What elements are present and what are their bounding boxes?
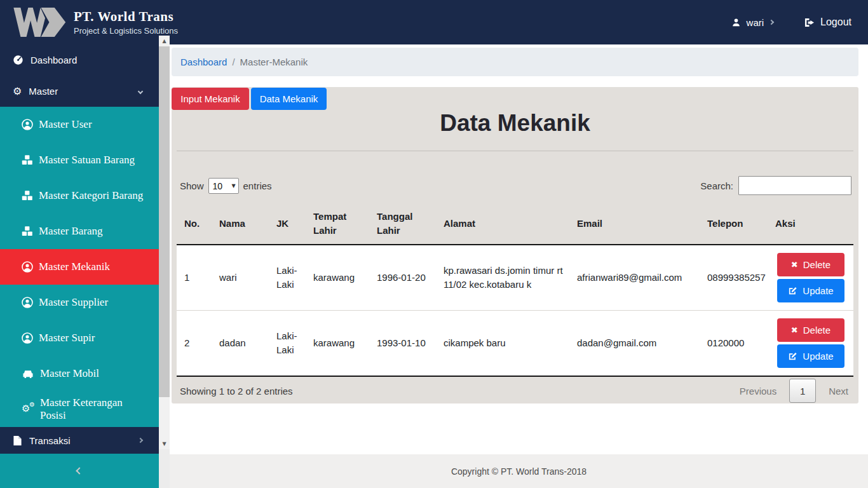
- update-label: Update: [803, 285, 833, 296]
- content-panel: Input Mekanik Data Mekanik Data Mekanik …: [172, 87, 858, 403]
- sidebar-item-dashboard[interactable]: Dashboard: [0, 44, 159, 76]
- speedometer-icon: [13, 55, 24, 65]
- file-icon: [13, 435, 22, 446]
- cell-tempat-lahir: karawang: [306, 245, 369, 311]
- brand-title: PT. World Trans: [74, 9, 178, 25]
- submenu-label: Master User: [39, 118, 92, 131]
- cell-email: afrianwari89@gmail.com: [569, 245, 700, 311]
- scroll-up-button[interactable]: ▲: [159, 36, 170, 46]
- delete-label: Delete: [803, 259, 831, 270]
- sidebar-item-master-barang[interactable]: Master Barang: [0, 214, 159, 249]
- logout-button[interactable]: Logout: [804, 17, 851, 28]
- sidebar-item-master-kategori-barang[interactable]: Master Kategori Barang: [0, 178, 159, 214]
- cell-alamat: kp.rawasari ds.jomin timur rt 11/02 kec.…: [436, 245, 569, 311]
- delete-button[interactable]: ✖ Delete: [777, 318, 844, 342]
- col-header-jk[interactable]: JK: [269, 203, 306, 245]
- cell-nama: wari: [212, 245, 269, 311]
- sidebar-item-master-satuan-barang[interactable]: Master Satuan Barang: [0, 142, 159, 178]
- cell-no: 2: [177, 311, 212, 377]
- search-input[interactable]: [738, 176, 851, 195]
- update-button[interactable]: Update: [777, 279, 844, 302]
- page-length-select[interactable]: 10 ▼: [208, 178, 239, 194]
- update-label: Update: [803, 351, 833, 362]
- chevron-left-icon: [76, 467, 83, 474]
- cell-tempat-lahir: karawang: [306, 311, 369, 377]
- pagination: Previous 1 Next: [736, 379, 852, 403]
- sidebar-item-master-supplier[interactable]: Master Supplier: [0, 285, 159, 320]
- next-page-button[interactable]: Next: [825, 386, 852, 396]
- sidebar-item-master-user[interactable]: Master User: [0, 107, 159, 142]
- app-root: PT. World Trans Project & Logistics Solu…: [0, 0, 868, 488]
- search-label: Search:: [700, 180, 733, 191]
- table-header-row: No. Nama JK Tempat Lahir Tanggal Lahir A…: [177, 203, 853, 245]
- page-number-button[interactable]: 1: [789, 379, 816, 403]
- cell-jk: Laki-Laki: [269, 311, 306, 377]
- cell-tanggal-lahir: 1993-01-10: [369, 311, 436, 377]
- col-header-tanggal-lahir[interactable]: Tanggal Lahir: [369, 203, 436, 245]
- sidebar-item-transaksi[interactable]: Transaksi: [0, 427, 159, 454]
- cell-nama: dadan: [212, 311, 269, 377]
- input-mekanik-button[interactable]: Input Mekanik: [172, 88, 249, 110]
- user-name: wari: [747, 17, 764, 28]
- gear-icon: ⚙: [13, 86, 22, 97]
- sidebar-item-label: Dashboard: [31, 55, 77, 65]
- col-header-no[interactable]: No.: [177, 203, 212, 245]
- breadcrumb-dashboard-link[interactable]: Dashboard: [180, 57, 227, 67]
- cell-tanggal-lahir: 1996-01-20: [369, 245, 436, 311]
- table-row: 2 dadan Laki-Laki karawang 1993-01-10 ci…: [177, 311, 853, 377]
- scrollbar-gutter: [159, 449, 170, 488]
- sidebar-collapse-button[interactable]: [0, 454, 159, 488]
- main-content: Dashboard / Master-Mekanik Input Mekanik…: [170, 44, 868, 488]
- breadcrumb-current: Master-Mekanik: [240, 57, 308, 67]
- entries-label: entries: [243, 180, 272, 191]
- title-divider: [177, 151, 853, 151]
- sidebar-nav: Dashboard ⚙ Master Master User: [0, 44, 159, 488]
- col-header-telepon[interactable]: Telepon: [700, 203, 768, 245]
- sidebar-item-master-mobil[interactable]: Master Mobil: [0, 356, 159, 391]
- user-chevron-icon: [769, 20, 774, 25]
- sidebar-item-master-supir[interactable]: Master Supir: [0, 320, 159, 356]
- user-menu[interactable]: wari: [731, 17, 774, 28]
- col-header-nama[interactable]: Nama: [212, 203, 269, 245]
- cell-aksi: ✖ Delete Update: [768, 245, 853, 311]
- chevron-right-icon: [138, 438, 143, 443]
- col-header-alamat[interactable]: Alamat: [436, 203, 569, 245]
- submenu-label: Master Barang: [39, 225, 103, 238]
- cubes-icon: [22, 190, 33, 201]
- brand-subtitle: Project & Logistics Solutions: [74, 26, 178, 36]
- submenu-label: Master Supplier: [39, 296, 108, 309]
- user-circle-icon: [22, 332, 33, 344]
- submenu-label: Master Mekanik: [39, 261, 110, 273]
- select-caret-icon: ▼: [231, 183, 235, 189]
- sidebar-item-master-mekanik[interactable]: Master Mekanik: [0, 249, 159, 285]
- pencil-square-icon: [788, 351, 797, 361]
- col-header-aksi[interactable]: Aksi: [768, 203, 853, 245]
- col-header-email[interactable]: Email: [569, 203, 700, 245]
- chevron-down-icon: [138, 88, 143, 93]
- top-navbar: PT. World Trans Project & Logistics Solu…: [0, 0, 868, 44]
- car-icon: [22, 369, 34, 379]
- cell-no: 1: [177, 245, 212, 311]
- user-circle-icon: [22, 119, 33, 130]
- cell-alamat: cikampek baru: [436, 311, 569, 377]
- scrollbar-thumb[interactable]: [159, 46, 170, 397]
- data-mekanik-button[interactable]: Data Mekanik: [251, 88, 327, 110]
- user-icon: [731, 18, 741, 27]
- previous-page-button[interactable]: Previous: [736, 386, 780, 396]
- breadcrumb: Dashboard / Master-Mekanik: [172, 48, 858, 76]
- cell-telepon: 08999385257: [700, 245, 768, 311]
- user-circle-icon: [22, 261, 33, 273]
- sidebar-item-master-keterangan-posisi[interactable]: ⚙⚙ Master Keterangan Posisi: [0, 391, 159, 427]
- col-header-tempat-lahir[interactable]: Tempat Lahir: [306, 203, 369, 245]
- brand-logo[interactable]: PT. World Trans Project & Logistics Solu…: [9, 5, 178, 39]
- world-trans-logo-icon: [9, 5, 67, 39]
- scrollbar-track[interactable]: [159, 397, 170, 438]
- scroll-down-button[interactable]: ▼: [159, 438, 170, 449]
- pencil-square-icon: [788, 286, 797, 295]
- breadcrumb-separator: /: [232, 57, 234, 67]
- cubes-icon: [22, 154, 33, 166]
- sidebar-item-master[interactable]: ⚙ Master: [0, 76, 159, 107]
- delete-button[interactable]: ✖ Delete: [777, 253, 844, 276]
- copyright-text: Copyright © PT. World Trans-2018: [451, 466, 587, 477]
- update-button[interactable]: Update: [777, 344, 844, 368]
